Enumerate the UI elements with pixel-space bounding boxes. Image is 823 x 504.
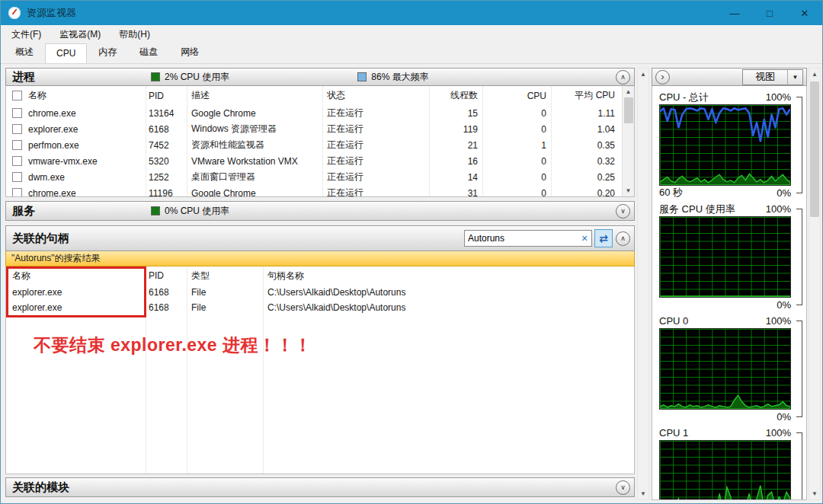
right-pane-scrollbar[interactable]: ▲ ▼ xyxy=(809,68,821,500)
process-name: explorer.exe xyxy=(28,124,78,135)
col-status[interactable]: 状态 xyxy=(322,89,429,102)
process-avg-cpu: 1.04 xyxy=(551,124,620,135)
minimize-icon[interactable]: — xyxy=(717,1,752,25)
chevron-down-icon: ∨ xyxy=(620,207,626,215)
col-pid[interactable]: PID xyxy=(146,91,187,101)
process-threads: 31 xyxy=(429,188,482,198)
process-row[interactable]: explorer.exe 6168 Windows 资源管理器 正在运行 119… xyxy=(6,121,634,137)
collapse-panel-button[interactable]: › xyxy=(655,70,670,85)
graph-max-label: 100% xyxy=(766,315,791,327)
scroll-down-icon[interactable]: ▼ xyxy=(638,488,648,499)
graph-max-label: 100% xyxy=(766,203,791,215)
content: 进程 2% CPU 使用率 86% 最大频率 ∧ 名 xyxy=(1,64,822,503)
graph-plot-area xyxy=(659,216,791,298)
process-pid: 6168 xyxy=(146,124,187,135)
scrollbar-thumb[interactable] xyxy=(810,81,819,217)
scrollbar-thumb[interactable] xyxy=(624,97,633,123)
services-expand-button[interactable]: ∨ xyxy=(616,204,630,219)
process-row[interactable]: dwm.exe 1252 桌面窗口管理器 正在运行 14 0 0.25 xyxy=(6,169,634,185)
handles-collapse-button[interactable]: ∧ xyxy=(616,231,630,246)
scroll-down-icon[interactable]: ▼ xyxy=(623,185,634,196)
refresh-icon: ⇄ xyxy=(599,232,608,244)
graph-min-label: 0% xyxy=(777,299,791,311)
col-handle-pid[interactable]: PID xyxy=(146,270,187,281)
process-desc: Windows 资源管理器 xyxy=(187,123,322,136)
titlebar: 资源监视器 — □ ✕ xyxy=(1,1,822,25)
processes-collapse-button[interactable]: ∧ xyxy=(616,70,630,85)
col-avg-cpu[interactable]: 平均 CPU xyxy=(551,89,620,102)
views-button[interactable]: 视图 ▼ xyxy=(742,69,803,85)
col-threads[interactable]: 线程数 xyxy=(429,89,482,102)
process-avg-cpu: 0.32 xyxy=(551,156,620,167)
graph-plot-area xyxy=(659,104,791,186)
col-handle-name[interactable]: 名称 xyxy=(6,270,146,282)
process-row[interactable]: perfmon.exe 7452 资源和性能监视器 正在运行 21 1 0.35 xyxy=(6,137,634,153)
process-name: chrome.exe xyxy=(28,188,76,198)
search-clear-icon[interactable]: ✕ xyxy=(578,234,591,244)
search-handles-button[interactable]: ⇄ xyxy=(594,229,613,247)
tab-disk[interactable]: 磁盘 xyxy=(128,41,169,63)
process-threads: 15 xyxy=(429,108,482,119)
row-checkbox[interactable] xyxy=(12,188,22,197)
graph-bracket xyxy=(796,321,802,417)
graph-services-cpu: 服务 CPU 使用率 100% 0% xyxy=(659,202,806,311)
handle-row[interactable]: explorer.exe 6168 File C:\Users\Alkaid\D… xyxy=(6,285,634,300)
col-handle-path[interactable]: 句柄名称 xyxy=(263,270,634,282)
tab-overview[interactable]: 概述 xyxy=(4,41,45,63)
views-button-label[interactable]: 视图 xyxy=(743,70,787,85)
left-pane: 进程 2% CPU 使用率 86% 最大频率 ∧ 名 xyxy=(5,68,635,503)
scroll-down-icon[interactable]: ▼ xyxy=(809,488,820,499)
menu-monitor[interactable]: 监视器(M) xyxy=(59,28,101,41)
col-desc[interactable]: 描述 xyxy=(187,89,322,102)
graph-title: CPU 0 xyxy=(659,315,688,327)
process-row[interactable]: chrome.exe 11196 Google Chrome 正在运行 31 0… xyxy=(6,185,634,197)
services-cpu-swatch-icon xyxy=(151,206,160,215)
close-icon[interactable]: ✕ xyxy=(787,1,822,25)
process-avg-cpu: 0.25 xyxy=(551,172,620,183)
tab-network[interactable]: 网络 xyxy=(169,41,210,63)
row-checkbox[interactable] xyxy=(12,156,22,166)
col-cpu[interactable]: CPU xyxy=(482,91,551,101)
graph-cpu-1: CPU 1 100% xyxy=(659,426,806,500)
col-handle-type[interactable]: 类型 xyxy=(187,270,263,282)
row-checkbox[interactable] xyxy=(12,140,22,150)
process-row[interactable]: chrome.exe 13164 Google Chrome 正在运行 15 0… xyxy=(6,105,634,121)
handle-type: File xyxy=(187,302,263,313)
scroll-up-icon[interactable]: ▲ xyxy=(623,86,634,97)
scroll-up-icon[interactable]: ▲ xyxy=(638,69,648,80)
chevron-right-icon: › xyxy=(661,72,664,82)
process-cpu: 0 xyxy=(482,124,551,135)
graph-max-label: 100% xyxy=(766,91,791,103)
tab-memory[interactable]: 内存 xyxy=(87,41,128,63)
graph-title: CPU - 总计 xyxy=(659,91,709,104)
tab-cpu[interactable]: CPU xyxy=(45,43,87,63)
views-dropdown-arrow[interactable]: ▼ xyxy=(787,70,802,85)
graph-title: 服务 CPU 使用率 xyxy=(659,203,735,216)
process-name: dwm.exe xyxy=(28,172,65,183)
process-name: vmware-vmx.exe xyxy=(28,156,98,167)
maximize-icon[interactable]: □ xyxy=(752,1,787,25)
handle-row[interactable]: explorer.exe 6168 File C:\Users\Alkaid\D… xyxy=(6,300,634,315)
process-row[interactable]: vmware-vmx.exe 5320 VMware Workstation V… xyxy=(6,153,634,169)
select-all-checkbox[interactable] xyxy=(12,91,22,100)
process-status: 正在运行 xyxy=(322,187,429,197)
col-name[interactable]: 名称 xyxy=(28,89,46,102)
process-cpu: 0 xyxy=(482,108,551,119)
left-pane-scrollbar[interactable]: ▲ ▼ xyxy=(637,68,649,500)
process-table-scrollbar[interactable]: ▲ ▼ xyxy=(622,86,634,196)
process-status: 正在运行 xyxy=(322,139,429,152)
row-checkbox[interactable] xyxy=(12,172,22,182)
scroll-up-icon[interactable]: ▲ xyxy=(809,69,820,80)
process-cpu: 0 xyxy=(482,156,551,167)
services-title: 服务 xyxy=(12,204,35,219)
menu-file[interactable]: 文件(F) xyxy=(11,28,41,41)
menu-help[interactable]: 帮助(H) xyxy=(119,28,150,41)
modules-title: 关联的模块 xyxy=(12,480,69,495)
graph-plot-area xyxy=(659,440,791,500)
handles-search-input[interactable] xyxy=(465,233,578,244)
row-checkbox[interactable] xyxy=(12,108,22,118)
processes-table: 名称 PID 描述 状态 线程数 CPU 平均 CPU chrome.exe 1… xyxy=(5,86,635,197)
search-result-banner: "Autoruns"的搜索结果 xyxy=(5,251,635,266)
row-checkbox[interactable] xyxy=(12,124,22,134)
modules-expand-button[interactable]: ∨ xyxy=(616,480,630,495)
